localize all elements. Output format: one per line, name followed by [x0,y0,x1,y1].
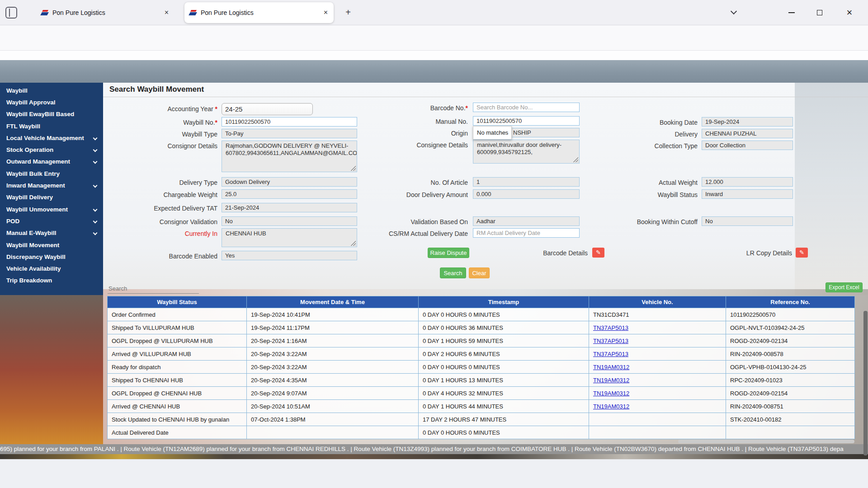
waybill-no-label: Waybill No.* [109,118,217,127]
vehicle-no[interactable]: TN19AM0312 [593,390,629,397]
chevron-down-icon [93,231,98,235]
accounting-year-select[interactable]: 24-25 [222,103,313,115]
cell-status: Shipped To CHENNAI HUB [108,374,247,387]
vehicle-no[interactable]: TN31CD3471 [593,311,629,318]
search-button[interactable]: Search [440,267,466,278]
table-row: Ready for dispatch 20-Sep-2024 3:22AM 0 … [108,361,855,374]
tab-close-icon[interactable]: × [163,9,170,17]
barcode-details-edit-button[interactable]: ✎ [592,248,604,258]
ticker-marquee: 695) planned for your branch from PALANI… [0,444,868,454]
expected-delivery-tat-input: 21-Sep-2024 [222,203,357,212]
door-delivery-amount-label: Door Delivery Amount [359,190,468,199]
vehicle-no[interactable]: TN37AP5013 [593,338,628,344]
cell-datetime: 20-Sep-2024 1:16AM [247,334,419,347]
cs-rm-actual-delivery-date-input[interactable]: RM Actual Delivery Date [473,228,580,238]
table-row: Shipped To CHENNAI HUB 20-Sep-2024 4:35A… [108,374,855,387]
table-row: Arrived @ CHENNAI HUB 20-Sep-2024 10:51A… [108,400,855,413]
sidebar-item[interactable]: Trip Breakdown [0,275,103,286]
sidebar-item[interactable]: Waybill Unmovement [0,203,103,215]
sidebar-item[interactable]: FTL Waybill [0,120,103,132]
app-header: PON PURE Expres On time every time ⌂ HUB… [0,60,868,83]
cell-vehicle: TN19AM0312 [589,361,726,374]
tab-close-icon[interactable]: × [322,9,329,17]
barcode-enabled-label: Barcode Enabled [109,252,217,261]
sidebar-item[interactable]: Waybill EwayBill Based [0,108,103,120]
browser-tab-2-active[interactable]: Pon Pure Logistics × [184,2,334,23]
cell-timestamp: 0 DAY 1 HOURS 13 MINUTES [419,374,589,387]
windows-taskbar: 1 Search O W ✂ ENGIN 18:3413-12-2024 PRE [0,459,868,488]
actual-weight-label: Actual Weight [589,178,698,187]
clear-button[interactable]: Clear [469,267,490,278]
pencil-icon: ✎ [799,249,804,256]
sidebar-item[interactable]: Stock Operation [0,144,103,155]
vehicle-no[interactable]: TN19AM0312 [593,377,629,384]
window-maximize-button[interactable] [807,0,833,25]
cell-reference: STK-202410-00182 [726,413,855,426]
table-row: Stock Updated to CHENNAI HUB by gunalan … [108,413,855,426]
vehicle-no[interactable]: TN37AP5013 [593,351,628,357]
lr-copy-details-edit-button[interactable]: ✎ [796,248,808,258]
waybill-type-label: Waybill Type [109,130,217,139]
vehicle-no[interactable]: TN37AP5013 [593,324,628,331]
col-vehicle-no[interactable]: Vehicle No. [589,296,726,308]
col-movement-datetime[interactable]: Movement Date & Time [247,296,419,308]
chevron-down-icon [93,136,98,140]
raise-dispute-button[interactable]: Raise Dispute [428,248,469,258]
consignor-details-textarea[interactable]: Rajmohan,GODOWN DELIVERY @ NEYVELI-60780… [222,141,357,172]
cell-vehicle: TN37AP5013 [589,321,726,334]
cell-status: Stock Updated to CHENNAI HUB by gunalan [108,413,247,426]
firefox-view-icon[interactable] [5,7,17,19]
cell-timestamp: 17 DAY 2 HOURS 47 MINUTES [419,413,589,426]
cell-timestamp: 0 DAY 0 HOURS 0 MINUTES [419,361,589,374]
vehicle-no[interactable]: TN19AM0312 [593,364,629,371]
sidebar-item[interactable]: Waybill Bulk Entry [0,168,103,179]
cell-timestamp: 0 DAY 4 HOURS 32 MINUTES [419,387,589,400]
col-reference-no[interactable]: Reference No. [726,296,855,308]
window-minimize-button[interactable] [778,0,805,25]
vertical-scrollbar-thumb[interactable] [863,311,868,455]
cell-reference: ROGD-202409-02154 [726,387,855,400]
col-timestamp[interactable]: Timestamp [419,296,589,308]
list-tabs-chevron-icon[interactable] [731,8,737,14]
new-tab-button[interactable]: + [342,6,354,19]
sidebar-item[interactable]: Inward Management [0,179,103,191]
currently-in-textarea[interactable]: CHENNAI HUB [222,228,357,247]
manual-no-input[interactable]: 10119022500570 [473,116,580,126]
booking-date-label: Booking Date [589,118,698,127]
cell-timestamp: 0 DAY 2 HOURS 6 MINUTES [419,347,589,361]
consignee-details-textarea[interactable]: manivel,thiruvallur door delivery-600099… [473,140,580,164]
cell-timestamp: 0 DAY 1 HOURS 44 MINUTES [419,400,589,413]
vehicle-no[interactable]: TN19AM0312 [593,403,629,410]
sidebar-item[interactable]: Local Vehicle Management [0,132,103,144]
results-filter-input[interactable] [108,284,199,294]
sidebar-item[interactable]: Waybill [0,84,103,96]
barcode-details-label: Barcode Details [497,249,588,258]
sidebar-item[interactable]: Vehicle Availability [0,263,103,274]
sidebar-item[interactable]: Discrepancy Waybill [0,251,103,263]
sidebar-item[interactable]: Manual E-Waybill [0,227,103,239]
background-photo-airplane [795,83,868,295]
browser-tab-1[interactable]: Pon Pure Logistics × [36,3,175,22]
sidebar-item[interactable]: Waybill Movement [0,239,103,251]
cell-timestamp: 0 DAY 1 HOURS 59 MINUTES [419,334,589,347]
cs-rm-actual-delivery-date-label: CS/RM Actual Delivery Date [359,229,468,238]
sidebar-item[interactable]: POD [0,215,103,227]
horizontal-scrollbar-thumb[interactable] [678,440,854,443]
sidebar-item[interactable]: Outward Management [0,156,103,168]
barcode-no-input[interactable]: Search Barcode No... [473,103,580,112]
chevron-down-icon [93,160,98,164]
col-waybill-status[interactable]: Waybill Status [108,296,247,308]
cell-status: Arrived @ CHENNAI HUB [108,400,247,413]
validation-based-on-label: Validation Based On [359,217,468,226]
export-excel-button[interactable]: Export Excel [826,282,863,292]
barcode-enabled-input: Yes [222,251,357,260]
cell-datetime: 20-Sep-2024 9:07AM [247,387,419,400]
delivery-type-input: Godown Delivery [222,177,357,187]
currently-in-label: Currently In [109,229,217,238]
sidebar-item[interactable]: Waybill Delivery [0,192,103,203]
cell-datetime: 20-Sep-2024 10:51AM [247,400,419,413]
cell-reference: 10119022500570 [726,308,855,321]
sidebar-item[interactable]: Waybill Approval [0,96,103,108]
waybill-no-input[interactable]: 10119022500570 [222,117,357,127]
window-close-button[interactable]: × [836,0,863,25]
